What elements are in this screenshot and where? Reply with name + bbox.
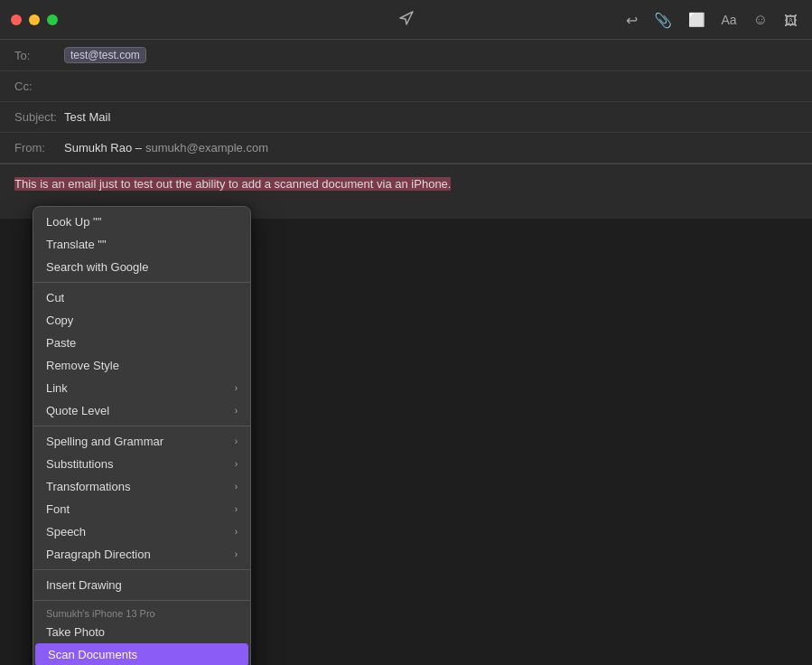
menu-item-search-google-label: Search with Google — [46, 260, 148, 274]
menu-item-spelling-grammar-label: Spelling and Grammar — [46, 435, 163, 448]
menu-item-translate-label: Translate "" — [46, 238, 107, 251]
menu-item-paragraph-direction[interactable]: Paragraph Direction › — [33, 543, 250, 566]
menu-item-translate[interactable]: Translate "" — [33, 233, 250, 256]
chevron-right-icon: › — [235, 504, 238, 514]
divider-4 — [33, 600, 250, 601]
menu-item-scan-documents-label: Scan Documents — [48, 648, 137, 661]
menu-item-take-photo-label: Take Photo — [46, 625, 105, 639]
subject-value: Test Mail — [64, 110, 110, 124]
menu-item-paste[interactable]: Paste — [33, 332, 250, 354]
menu-item-quote-level[interactable]: Quote Level › — [33, 399, 250, 422]
send-icon[interactable] — [397, 9, 415, 31]
menu-item-transformations[interactable]: Transformations › — [33, 475, 250, 498]
cc-label: Cc: — [14, 80, 64, 93]
menu-item-insert-drawing-label: Insert Drawing — [46, 578, 122, 592]
chevron-right-icon: › — [235, 406, 238, 416]
menu-item-paste-label: Paste — [46, 336, 76, 350]
menu-item-quote-level-label: Quote Level — [46, 404, 109, 417]
emoji-icon[interactable]: ☺ — [753, 12, 768, 28]
to-label: To: — [14, 49, 64, 62]
chevron-right-icon: › — [235, 436, 238, 446]
menu-item-copy-label: Copy — [46, 314, 73, 327]
titlebar-icons: ↩ 📎 ⬜ Aa ☺ 🖼 — [626, 11, 798, 28]
photo-icon[interactable]: ⬜ — [688, 12, 705, 28]
menu-item-scan-documents[interactable]: Scan Documents — [35, 643, 248, 665]
close-button[interactable] — [11, 14, 22, 25]
from-field: From: Sumukh Rao – sumukh@example.com — [0, 133, 812, 164]
image-menu-icon[interactable]: 🖼 — [784, 12, 798, 27]
menu-item-cut[interactable]: Cut — [33, 286, 250, 309]
chevron-right-icon: › — [235, 527, 238, 537]
menu-item-spelling-grammar[interactable]: Spelling and Grammar › — [33, 430, 250, 453]
from-email: sumukh@example.com — [145, 141, 268, 155]
chevron-right-icon: › — [235, 459, 238, 469]
to-field[interactable]: To: test@test.com — [0, 40, 812, 71]
menu-item-copy[interactable]: Copy — [33, 309, 250, 332]
divider-2 — [33, 426, 250, 426]
menu-item-font[interactable]: Font › — [33, 498, 250, 520]
menu-item-speech-label: Speech — [46, 525, 86, 539]
subject-label: Subject: — [14, 110, 64, 124]
menu-item-lookup-label: Look Up "" — [46, 215, 101, 229]
attachment-icon[interactable]: 📎 — [654, 11, 672, 28]
from-name: Sumukh Rao – — [64, 141, 142, 155]
traffic-lights — [11, 14, 58, 25]
divider-1 — [33, 282, 250, 283]
menu-item-substitutions[interactable]: Substitutions › — [33, 453, 250, 475]
menu-item-insert-drawing[interactable]: Insert Drawing — [33, 574, 250, 596]
minimize-button[interactable] — [29, 14, 40, 25]
menu-item-substitutions-label: Substitutions — [46, 457, 113, 471]
menu-item-remove-style-label: Remove Style — [46, 359, 119, 372]
menu-item-paragraph-direction-label: Paragraph Direction — [46, 548, 151, 561]
menu-item-take-photo[interactable]: Take Photo — [33, 621, 250, 643]
from-label: From: — [14, 141, 64, 155]
device-section-header: Sumukh's iPhone 13 Pro — [33, 604, 250, 621]
divider-3 — [33, 569, 250, 570]
menu-item-lookup[interactable]: Look Up "" — [33, 211, 250, 233]
titlebar: ↩ 📎 ⬜ Aa ☺ 🖼 — [0, 0, 812, 40]
cc-field[interactable]: Cc: — [0, 71, 812, 102]
subject-field[interactable]: Subject: Test Mail — [0, 102, 812, 133]
menu-item-font-label: Font — [46, 502, 70, 516]
to-value[interactable]: test@test.com — [64, 47, 146, 63]
menu-item-speech[interactable]: Speech › — [33, 520, 250, 543]
chevron-right-icon: › — [235, 549, 238, 559]
maximize-button[interactable] — [47, 14, 58, 25]
menu-item-cut-label: Cut — [46, 291, 64, 304]
font-icon[interactable]: Aa — [722, 13, 737, 27]
email-body-text: This is an email just to test out the ab… — [14, 177, 451, 191]
menu-item-transformations-label: Transformations — [46, 480, 130, 493]
menu-item-search-google[interactable]: Search with Google — [33, 256, 250, 278]
chevron-right-icon: › — [235, 383, 238, 393]
reply-icon[interactable]: ↩ — [626, 11, 638, 28]
menu-item-link-label: Link — [46, 381, 68, 395]
menu-item-link[interactable]: Link › — [33, 377, 250, 399]
context-menu: Look Up "" Translate "" Search with Goog… — [33, 206, 251, 665]
chevron-right-icon: › — [235, 482, 238, 492]
email-header: To: test@test.com Cc: Subject: Test Mail… — [0, 40, 812, 164]
menu-item-remove-style[interactable]: Remove Style — [33, 354, 250, 377]
